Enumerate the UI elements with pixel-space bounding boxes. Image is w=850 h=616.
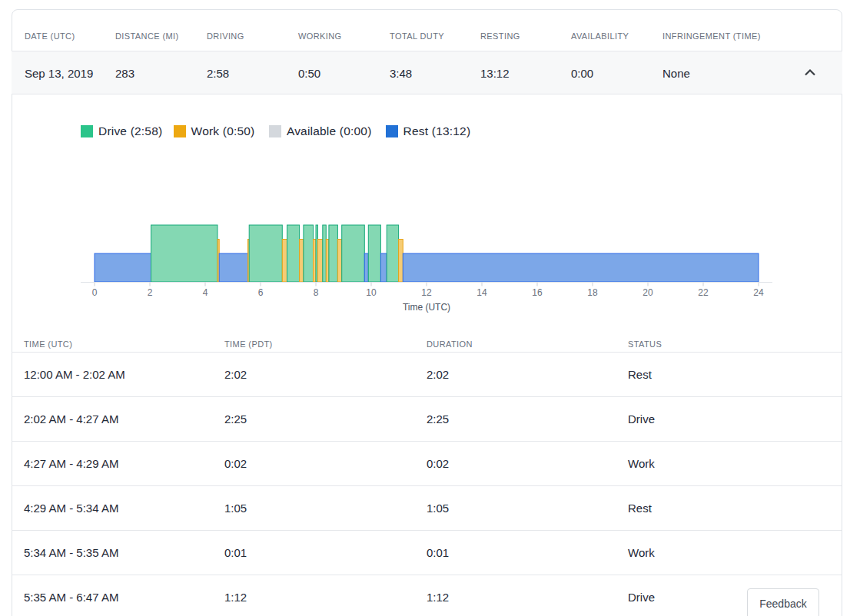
svg-text:14: 14 [476,287,487,298]
svg-text:10: 10 [366,287,377,298]
svg-text:8: 8 [314,287,319,298]
svg-text:4: 4 [203,287,208,298]
svg-text:18: 18 [587,287,598,298]
svg-text:24: 24 [753,287,764,298]
svg-text:20: 20 [642,287,653,298]
svg-text:22: 22 [698,287,709,298]
svg-text:12: 12 [421,287,432,298]
svg-text:0: 0 [92,287,98,298]
svg-text:16: 16 [532,287,543,298]
svg-text:6: 6 [258,287,264,298]
svg-text:2: 2 [148,287,153,298]
svg-text:Time (UTC): Time (UTC) [403,302,450,313]
